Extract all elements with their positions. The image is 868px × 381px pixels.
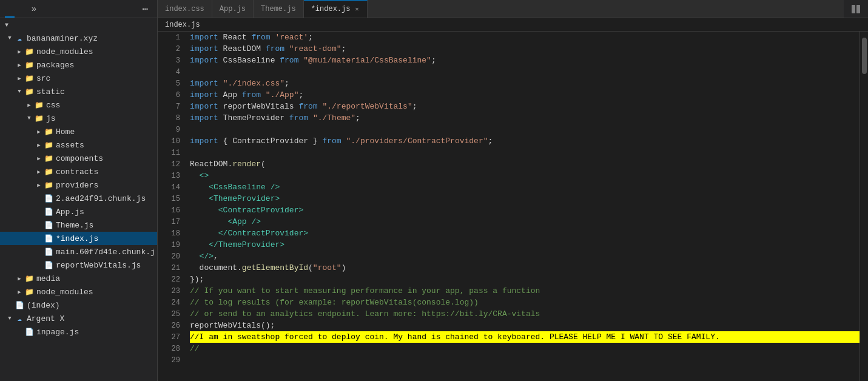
token-plain [190,181,209,193]
code-line-21: document.getElementById("root") [190,262,860,274]
code-line-16: <ContractProvider> [190,204,860,216]
editor-scrollbar[interactable] [860,32,868,381]
token-tag: </ContractProvider> [218,228,308,239]
token-fn: render [232,158,261,170]
token-cm: // or send to an analytics endpoint. Lea… [190,308,540,320]
token-plain: ; [412,101,417,112]
tree-label: App.js [56,207,84,217]
token-plain [261,89,266,101]
tree-item-13[interactable]: 📄App.js [0,205,157,218]
scrollbar-thumb[interactable] [862,38,867,74]
token-str: "root" [313,262,341,274]
tree-item-20[interactable]: 📄(index) [0,298,157,312]
line-number-7: 7 [158,101,185,112]
more-tabs-icon[interactable]: » [27,2,41,16]
tree-label: providers [56,181,98,190]
line-number-23: 23 [158,285,185,297]
tree-item-16[interactable]: 📄main.60f7d41e.chunk.j [0,245,157,258]
tree-item-4[interactable]: ▼📁static [0,85,157,98]
token-plain: { ContractProvider } [218,135,323,147]
token-tag: </> [200,251,214,262]
token-plain [190,193,209,204]
tree-item-12[interactable]: 📄2.aed24f91.chunk.js [0,192,157,205]
tree-item-22[interactable]: 📄inpage.js [0,325,157,339]
folder-icon: 📁 [24,60,34,70]
tree-item-8[interactable]: ▶📁assets [0,138,157,152]
code-line-5: import "./index.css"; [190,78,860,89]
tab-theme-js[interactable]: Theme.js [254,0,304,18]
token-kw: from [251,32,270,43]
tree-item-15[interactable]: 📄*index.js [0,232,157,245]
breadcrumb-bar: index.js [158,18,868,32]
tab-workspace[interactable] [16,0,25,18]
token-plain: ReactDOM. [190,158,232,170]
folder-icon: 📁 [44,180,53,190]
folder-icon: 📁 [44,167,53,177]
top-bar-right [844,2,868,16]
main-layout: ▼ ▼☁bananaminer.xyz▶📁node_modules▶📁packa… [0,18,868,381]
tab-index-css[interactable]: index.css [158,0,212,18]
token-plain: ReactDOM [218,43,266,55]
tree-item-21[interactable]: ▼☁Argent X [0,312,157,325]
tree-arrow: ▶ [34,180,44,190]
line-number-5: 5 [158,78,185,89]
tab-close-icon[interactable]: ✕ [354,5,360,13]
token-str: "./reportWebVitals" [322,101,412,112]
tree-item-18[interactable]: ▶📁media [0,272,157,285]
token-cm: //I am in sweatshop forced to deploy coi… [190,331,720,343]
folder-icon: 📁 [34,113,44,123]
tree-item-19[interactable]: ▶📁node_modules [0,285,157,298]
svg-rect-1 [856,5,860,13]
sidebar-menu-icon[interactable]: ⋯ [138,2,152,16]
token-plain: document. [190,262,242,274]
token-plain [271,32,275,43]
token-plain [218,78,223,89]
file-js-icon: 📄 [44,220,53,230]
token-fn: getElementById [242,262,308,274]
token-tag: <> [200,170,209,181]
tree-label: 2.aed24f91.chunk.js [56,194,146,203]
line-number-4: 4 [158,66,185,78]
line-number-16: 16 [158,204,185,216]
token-str: "./providers/ContractProvider" [346,135,488,147]
tab-index-js[interactable]: *index.js✕ [304,0,368,18]
token-str: "react-dom" [289,43,341,55]
tree-label: media [36,274,60,283]
tree-arrow: ▶ [15,274,24,283]
tree-item-14[interactable]: 📄Theme.js [0,218,157,232]
token-plain: }); [190,274,204,285]
folder-icon: 📁 [34,100,44,110]
tree-item-9[interactable]: ▶📁components [0,152,157,165]
tree-item-17[interactable]: 📄reportWebVitals.js [0,258,157,272]
tree-item-11[interactable]: ▶📁providers [0,178,157,192]
tree-item-10[interactable]: ▶📁contracts [0,165,157,178]
token-tag: <ThemeProvider> [209,193,280,204]
tree-item-2[interactable]: ▶📁packages [0,58,157,72]
code-line-9 [190,124,860,135]
tree-item-1[interactable]: ▶📁node_modules [0,45,157,58]
code-content[interactable]: import React from 'react';import ReactDO… [185,32,860,381]
split-editor-icon[interactable] [849,2,863,16]
tree-arrow: ▶ [34,140,44,150]
tree-item-6[interactable]: ▼📁js [0,112,157,125]
token-kw: import [190,135,218,147]
code-line-10: import { ContractProvider } from "./prov… [190,135,860,147]
code-line-24: // to log results (for example: reportWe… [190,297,860,308]
tree-item-0[interactable]: ▼☁bananaminer.xyz [0,32,157,45]
line-number-21: 21 [158,262,185,274]
cloud-folder-icon: ☁ [15,314,24,323]
tree-item-3[interactable]: ▶📁src [0,72,157,85]
tab-app-js[interactable]: App.js [212,0,254,18]
line-number-17: 17 [158,216,185,228]
tab-page[interactable] [5,0,15,18]
tree-label: bananaminer.xyz [27,34,98,43]
tree-arrow: ▶ [15,47,24,56]
line-number-25: 25 [158,308,185,320]
tree-item-7[interactable]: ▶📁Home [0,125,157,138]
code-line-7: import reportWebVitals from "./reportWeb… [190,101,860,112]
token-str: 'react' [275,32,308,43]
folder-icon: 📁 [24,287,34,297]
sidebar-top-label[interactable]: ▼ [0,18,157,32]
tree-item-5[interactable]: ▶📁css [0,98,157,112]
sidebar: ▼ ▼☁bananaminer.xyz▶📁node_modules▶📁packa… [0,18,158,381]
